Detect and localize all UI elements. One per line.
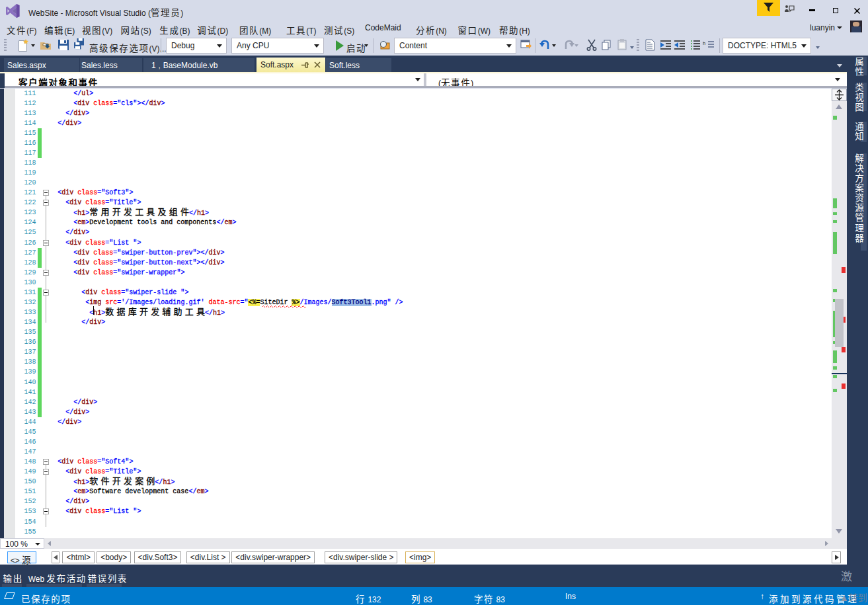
svg-text:ʰ: ʰ bbox=[703, 40, 705, 48]
